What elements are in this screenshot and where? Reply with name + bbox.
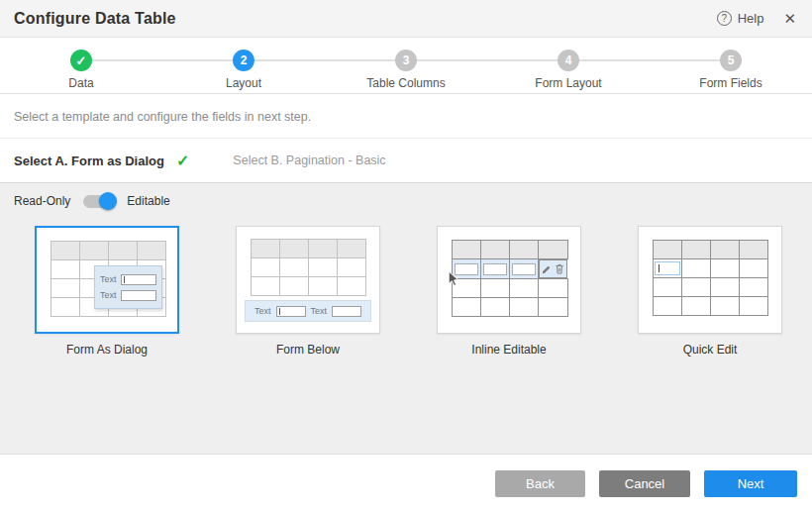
step-label: Form Fields — [699, 76, 761, 90]
step-label: Form Layout — [535, 76, 601, 90]
help-icon: ? — [717, 11, 732, 26]
text-caret-icon — [124, 276, 125, 283]
step-form-fields[interactable]: 5 Form Fields — [650, 38, 812, 93]
pencil-icon — [542, 264, 552, 274]
template-card-inline-editable[interactable] — [437, 226, 581, 334]
read-only-label: Read-Only — [14, 194, 70, 208]
template-cards: Text Text Form As Dialog — [35, 226, 782, 357]
template-name: Form As Dialog — [66, 343, 148, 357]
step-table-columns[interactable]: 3 Table Columns — [325, 38, 487, 93]
template-card-quick-edit[interactable] — [638, 226, 782, 334]
check-icon: ✓ — [176, 152, 189, 170]
text-caret-icon — [279, 308, 280, 315]
toggle-knob-icon — [99, 192, 117, 210]
help-label: Help — [738, 11, 764, 26]
preview-field-label: Text — [100, 290, 117, 300]
preview-input-focused — [655, 261, 680, 275]
preview-field-label: Text — [254, 306, 271, 316]
preview-table — [653, 240, 768, 316]
page-title: Configure Data Table — [14, 10, 176, 28]
help-button[interactable]: ? Help — [717, 11, 764, 26]
preview-input — [483, 263, 507, 275]
step-label: Table Columns — [366, 76, 445, 90]
step-number: 3 — [395, 50, 417, 71]
dialog-header: Configure Data Table ? Help ✕ — [0, 0, 812, 38]
check-icon: ✓ — [70, 50, 92, 71]
next-button[interactable]: Next — [704, 470, 797, 497]
editable-toggle[interactable] — [83, 195, 114, 208]
step-label: Data — [68, 76, 93, 90]
mouse-cursor-icon — [448, 270, 460, 288]
preview-input — [121, 290, 156, 301]
preview-dialog: Text Text — [94, 265, 162, 309]
template-name: Form Below — [276, 343, 340, 357]
template-name: Inline Editable — [471, 343, 546, 357]
step-number: 4 — [558, 50, 579, 71]
preview-input — [276, 306, 306, 317]
template-card-form-below[interactable]: Text Text — [236, 226, 380, 334]
step-label: Layout — [226, 76, 261, 90]
preview-field-label: Text — [100, 274, 117, 284]
selection-summary-row: Select A. Form as Dialog ✓ Select B. Pag… — [0, 139, 812, 183]
preview-table — [251, 239, 366, 296]
close-icon[interactable]: ✕ — [783, 11, 796, 26]
text-caret-icon — [659, 264, 660, 272]
wizard-stepper: ✓ Data 2 Layout 3 Table Columns 4 Form L… — [0, 38, 812, 94]
cancel-button[interactable]: Cancel — [599, 470, 690, 497]
trash-icon — [555, 263, 564, 274]
dialog-footer: Back Cancel Next — [0, 454, 812, 513]
step-layout[interactable]: 2 Layout — [162, 38, 325, 93]
preview-input — [332, 306, 361, 317]
back-button[interactable]: Back — [495, 470, 585, 497]
select-b-option[interactable]: Select B. Pagination - Basic — [233, 154, 385, 167]
template-card-form-as-dialog[interactable]: Text Text — [35, 226, 179, 334]
step-data[interactable]: ✓ Data — [0, 38, 162, 93]
step-number: 2 — [233, 50, 254, 71]
preview-field-label: Text — [311, 306, 328, 316]
select-a-option[interactable]: Select A. Form as Dialog — [14, 154, 164, 168]
preview-form-bar: Text Text — [245, 300, 371, 322]
template-name: Quick Edit — [683, 343, 738, 357]
step-form-layout[interactable]: 4 Form Layout — [487, 38, 650, 93]
mode-toggle-row: Read-Only Editable — [0, 183, 812, 208]
preview-input — [121, 274, 156, 285]
preview-input — [512, 263, 536, 275]
template-content-area: Read-Only Editable Text — [0, 183, 812, 454]
instruction-text: Select a template and configure the fiel… — [0, 95, 812, 139]
step-number: 5 — [720, 50, 742, 71]
preview-table — [452, 240, 568, 317]
editable-label: Editable — [127, 194, 169, 208]
